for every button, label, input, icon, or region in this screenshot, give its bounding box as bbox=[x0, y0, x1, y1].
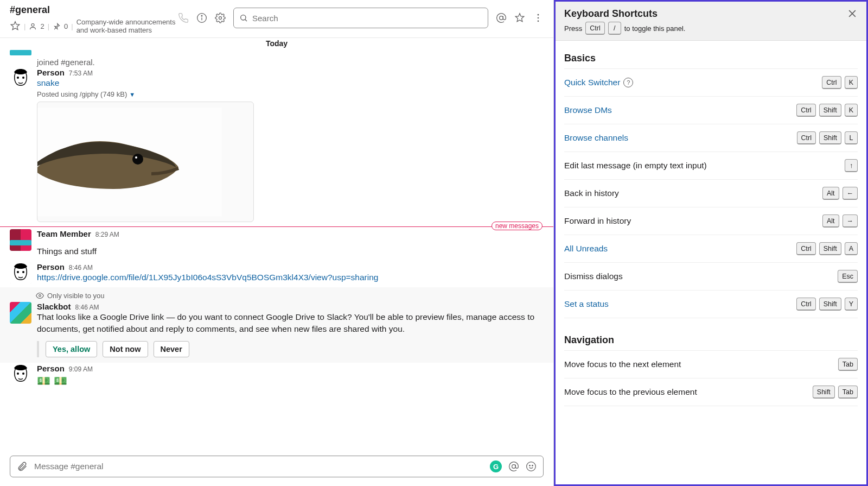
member-count[interactable]: 2 bbox=[40, 22, 44, 30]
kbd-key: Ctrl bbox=[797, 131, 816, 144]
shortcut-label[interactable]: Browse DMs bbox=[564, 105, 612, 115]
grammarly-icon[interactable]: G bbox=[490, 460, 502, 472]
shortcut-row: Move focus to the previous elementShiftT… bbox=[564, 378, 858, 406]
svg-point-13 bbox=[22, 77, 24, 79]
svg-point-27 bbox=[532, 465, 533, 466]
composer-input[interactable] bbox=[34, 462, 483, 471]
timestamp: 8:29 AM bbox=[95, 231, 119, 238]
shortcut-label[interactable]: Browse channels bbox=[564, 133, 628, 143]
new-messages-divider: new messages bbox=[0, 226, 553, 227]
kbd-key: K bbox=[845, 76, 858, 89]
svg-point-23 bbox=[22, 373, 24, 375]
shortcuts-title: Keyboard Shortcuts bbox=[564, 8, 685, 20]
emoji-icon[interactable] bbox=[526, 461, 537, 472]
shortcut-row: Move focus to the next elementTab bbox=[564, 350, 858, 378]
paperclip-icon[interactable] bbox=[17, 461, 28, 472]
svg-point-0 bbox=[31, 23, 34, 26]
phone-icon[interactable] bbox=[178, 12, 189, 23]
shortcut-label[interactable]: Set a status bbox=[564, 299, 609, 309]
message: Person7:53 AM snake Posted using /giphy … bbox=[0, 67, 553, 225]
mention-icon[interactable] bbox=[508, 461, 519, 472]
svg-point-9 bbox=[538, 17, 539, 19]
chevron-down-icon[interactable]: ▼ bbox=[129, 91, 135, 98]
shortcut-label: Forward in history bbox=[564, 216, 631, 226]
shortcut-row: Set a statusCtrlShiftY bbox=[564, 291, 858, 318]
author-name[interactable]: Team Member bbox=[37, 229, 91, 238]
svg-line-6 bbox=[245, 20, 247, 21]
keyboard-shortcuts-panel: Keyboard Shortcuts Press Ctrl / to toggl… bbox=[554, 0, 868, 486]
kbd-key: Shift bbox=[813, 386, 835, 399]
members-icon[interactable] bbox=[29, 22, 37, 30]
message-text: 💵 💵 bbox=[37, 373, 544, 389]
shortcut-label[interactable]: Quick Switcher bbox=[564, 78, 620, 87]
attachment-meta: Posted using /giphy (749 kB) bbox=[37, 90, 127, 98]
message-link[interactable]: https://drive.google.com/file/d/1LX95Jy1… bbox=[37, 273, 378, 282]
timestamp: 8:46 AM bbox=[69, 264, 93, 272]
shortcut-row: All UnreadsCtrlShiftA bbox=[564, 235, 858, 263]
mentions-icon[interactable] bbox=[496, 12, 507, 23]
slackbot-avatar[interactable] bbox=[10, 302, 31, 324]
avatar[interactable] bbox=[10, 68, 31, 90]
timestamp: 7:53 AM bbox=[69, 70, 93, 77]
section-basics: Basics bbox=[564, 53, 858, 64]
info-icon[interactable] bbox=[196, 12, 207, 23]
eye-icon bbox=[36, 292, 44, 300]
star-icon[interactable] bbox=[10, 21, 21, 31]
svg-point-8 bbox=[538, 14, 539, 16]
more-icon[interactable] bbox=[533, 12, 544, 23]
presence-strip bbox=[10, 240, 31, 245]
shortcut-label: Move focus to the previous element bbox=[564, 387, 697, 397]
timestamp: 9:09 AM bbox=[69, 365, 93, 373]
svg-point-18 bbox=[17, 271, 19, 273]
yes-allow-button[interactable]: Yes, allow bbox=[46, 341, 97, 357]
author-name[interactable]: Person bbox=[37, 262, 65, 272]
shortcut-row: Edit last message (in empty text input)↑ bbox=[564, 152, 858, 180]
svg-point-3 bbox=[201, 15, 202, 16]
avatar[interactable] bbox=[10, 364, 31, 386]
shortcut-row: Forward in historyAlt→ bbox=[564, 207, 858, 235]
kbd-key: Alt bbox=[822, 187, 839, 200]
message-text: That looks like a Google Drive link — do… bbox=[37, 311, 544, 336]
message: Person9:09 AM 💵 💵 bbox=[0, 363, 553, 392]
not-now-button[interactable]: Not now bbox=[103, 341, 148, 357]
svg-point-22 bbox=[17, 373, 19, 375]
avatar[interactable] bbox=[10, 262, 31, 284]
image-attachment[interactable] bbox=[37, 102, 254, 222]
shortcut-row: Browse DMsCtrlShiftK bbox=[564, 97, 858, 124]
message-composer[interactable]: G bbox=[10, 456, 544, 477]
channel-header: #general | 2 | 0 | Company-wide announce… bbox=[0, 0, 553, 38]
author-name[interactable]: Person bbox=[37, 364, 65, 373]
kbd-key: Y bbox=[845, 298, 858, 311]
never-button[interactable]: Never bbox=[154, 341, 189, 357]
author-name[interactable]: Slackbot bbox=[37, 302, 71, 311]
attachment-title[interactable]: snake bbox=[37, 78, 59, 87]
svg-point-10 bbox=[538, 21, 539, 22]
search-input[interactable] bbox=[233, 8, 488, 28]
help-icon[interactable]: ? bbox=[623, 78, 633, 87]
shortcut-row: Quick Switcher?CtrlK bbox=[564, 68, 858, 97]
star-outline-icon[interactable] bbox=[514, 12, 525, 23]
channel-topic[interactable]: Company-wide announcements and work-base… bbox=[76, 18, 178, 34]
presence-strip bbox=[10, 50, 31, 55]
svg-point-12 bbox=[17, 77, 19, 79]
day-divider: Today bbox=[0, 38, 553, 50]
author-name[interactable]: Person bbox=[37, 68, 65, 77]
kbd-key: Ctrl bbox=[822, 76, 841, 89]
joined-message: joined #general. bbox=[0, 58, 553, 67]
pin-icon[interactable] bbox=[53, 22, 61, 30]
svg-point-4 bbox=[219, 17, 222, 20]
message: Person8:46 AM https://drive.google.com/f… bbox=[0, 261, 553, 287]
close-icon[interactable] bbox=[847, 8, 858, 19]
gear-icon[interactable] bbox=[215, 12, 226, 23]
shortcut-label[interactable]: All Unreads bbox=[564, 244, 608, 254]
channel-title[interactable]: #general bbox=[10, 4, 178, 16]
kbd-key: Tab bbox=[838, 358, 858, 371]
kbd-key: Shift bbox=[819, 104, 841, 117]
message-text: Things and stuff bbox=[37, 245, 544, 257]
ephemeral-message: Only visible to you Slackbot8:46 AM That… bbox=[0, 287, 553, 363]
svg-point-24 bbox=[512, 465, 516, 469]
shortcut-label: Edit last message (in empty text input) bbox=[564, 161, 707, 171]
kbd-key: Shift bbox=[819, 131, 841, 144]
pin-count[interactable]: 0 bbox=[64, 22, 68, 30]
shortcut-label: Move focus to the next element bbox=[564, 359, 681, 369]
